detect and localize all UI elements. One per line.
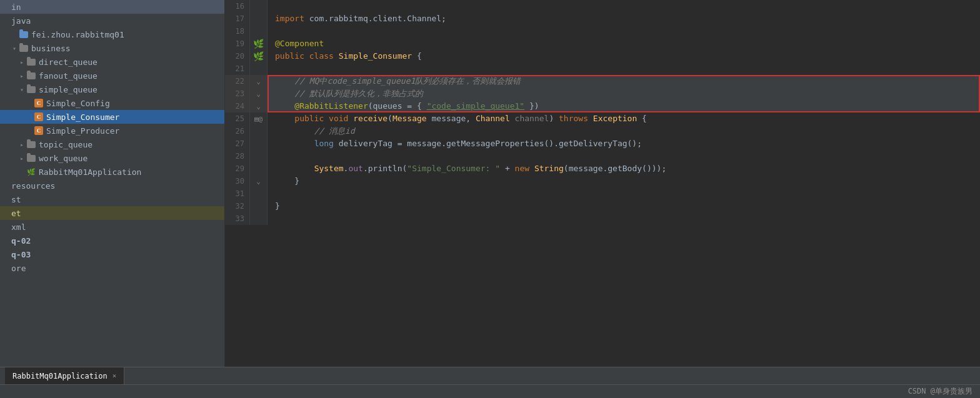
- line-code: [268, 212, 980, 225]
- tab-label: RabbitMq01Application: [12, 372, 108, 381]
- folder-icon: [26, 153, 36, 163]
- line-number: 19: [225, 37, 250, 50]
- code-line-21: 21: [225, 62, 980, 75]
- code-line-31: 31: [225, 187, 980, 200]
- code-line-25: 25 ▤@ public void receive(Message messag…: [225, 112, 980, 125]
- sidebar-item-label: st: [11, 195, 21, 204]
- fold-icon: ⌄: [256, 90, 261, 98]
- line-number: 22: [225, 75, 250, 87]
- file-tree: in java fei.zhou.rabbitmq01 business dir…: [0, 0, 225, 398]
- line-gutter: [250, 25, 268, 37]
- sidebar-item-label: topic_queue: [39, 140, 92, 149]
- code-line-26: 26 // 消息id: [225, 125, 980, 137]
- line-number: 31: [225, 187, 250, 200]
- sidebar-item-label: direct_queue: [39, 57, 98, 67]
- sidebar-item-simple-producer[interactable]: C Simple_Producer: [0, 124, 224, 137]
- line-code: long deliveryTag = message.getMessagePro…: [268, 137, 980, 150]
- arrow-icon: [18, 72, 26, 79]
- line-number: 27: [225, 137, 250, 150]
- sidebar-item-fanout-queue[interactable]: fanout_queue: [0, 69, 224, 82]
- code-line-20: 20 🌿 public class Simple_Consumer {: [225, 50, 980, 62]
- sidebar-item-label: Simple_Producer: [46, 126, 119, 136]
- sidebar-item-rabbitmq-app[interactable]: 🌿 RabbitMq01Application: [0, 165, 224, 179]
- line-number: 32: [225, 200, 250, 212]
- line-gutter: 🌿: [250, 37, 268, 50]
- attribution-text: CSDN @单身贵族男: [908, 386, 972, 397]
- code-line-27: 27 long deliveryTag = message.getMessage…: [225, 137, 980, 150]
- arrow-icon: [18, 86, 26, 93]
- tab-close-icon[interactable]: ×: [112, 372, 117, 380]
- line-code: import com.rabbitmq.client.Channel;: [268, 12, 980, 25]
- line-code: @Component: [268, 37, 980, 50]
- sidebar-item-label: q-02: [11, 236, 31, 246]
- editor-content: 16 17 import com.rabbitmq.client.Channel…: [225, 0, 980, 398]
- sidebar-item-xml[interactable]: xml: [0, 220, 224, 234]
- code-line-23: 23 ⌄ // 默认队列是持久化，非独占式的: [225, 87, 980, 100]
- sidebar-item-simple-config[interactable]: C Simple_Config: [0, 96, 224, 110]
- sidebar-item-label: business: [31, 44, 71, 53]
- sidebar-item-work-queue[interactable]: work_queue: [0, 151, 224, 165]
- line-gutter: [250, 12, 268, 25]
- line-gutter: [250, 212, 268, 225]
- line-number: 30: [225, 175, 250, 187]
- line-gutter: [250, 150, 268, 162]
- sidebar-item-label: fanout_queue: [39, 71, 98, 81]
- sidebar-item-java[interactable]: java: [0, 14, 224, 27]
- line-code: public class Simple_Consumer {: [268, 50, 980, 62]
- line-number: 18: [225, 25, 250, 37]
- sidebar-item-label: in: [11, 2, 21, 12]
- line-number: 20: [225, 50, 250, 62]
- class-icon: C: [34, 112, 44, 122]
- line-code: [268, 0, 980, 12]
- line-number: 16: [225, 0, 250, 12]
- sidebar-item-q02[interactable]: q-02: [0, 234, 224, 247]
- line-gutter: 🌿: [250, 50, 268, 62]
- code-line-16: 16: [225, 0, 980, 12]
- highlighted-region: 22 ⌄ // MQ中code_simple_queue1队列必须存在，否则就会…: [225, 75, 980, 112]
- sidebar-item-label: java: [11, 16, 31, 26]
- sidebar-item-q03[interactable]: q-03: [0, 247, 224, 261]
- sidebar-item-topic-queue[interactable]: topic_queue: [0, 137, 224, 151]
- line-gutter: [250, 125, 268, 137]
- line-code: // MQ中code_simple_queue1队列必须存在，否则就会报错: [268, 75, 980, 87]
- folder-icon: [26, 139, 36, 149]
- folder-icon: [26, 84, 36, 94]
- line-code: @RabbitListener(queues = { "code_simple_…: [268, 100, 980, 112]
- line-number: 23: [225, 87, 250, 100]
- line-code: // 默认队列是持久化，非独占式的: [268, 87, 980, 100]
- code-editor[interactable]: 16 17 import com.rabbitmq.client.Channel…: [225, 0, 980, 398]
- line-code: }: [268, 175, 980, 187]
- fold-icon: ⌄: [256, 177, 261, 186]
- line-gutter: [250, 62, 268, 75]
- sidebar-item-st[interactable]: st: [0, 192, 224, 206]
- line-gutter: ⌄: [250, 87, 268, 100]
- spring-gutter-icon: 🌿: [253, 39, 264, 49]
- code-line-32: 32 }: [225, 200, 980, 212]
- folder-icon: [26, 71, 36, 81]
- arrow-icon: [18, 141, 26, 148]
- sidebar-item-direct-queue[interactable]: direct_queue: [0, 55, 224, 69]
- sidebar-item-et[interactable]: et: [0, 206, 224, 220]
- sidebar-item-package[interactable]: fei.zhou.rabbitmq01: [0, 27, 224, 41]
- sidebar-item-resources[interactable]: resources: [0, 179, 224, 192]
- tab-rabbitmq-app[interactable]: RabbitMq01Application ×: [5, 367, 124, 385]
- line-gutter: [250, 187, 268, 200]
- sidebar-item-simple-consumer[interactable]: C Simple_Consumer: [0, 110, 224, 124]
- folder-icon: [19, 43, 29, 53]
- sidebar-item-simple-queue[interactable]: simple_queue: [0, 82, 224, 96]
- line-number: 25: [225, 112, 250, 125]
- line-code: // 消息id: [268, 125, 980, 137]
- code-line-29: 29 System.out.println("Simple_Consumer: …: [225, 162, 980, 175]
- sidebar-item-ore[interactable]: ore: [0, 261, 224, 275]
- line-code: }: [268, 200, 980, 212]
- sidebar-item-label: Simple_Config: [46, 99, 110, 108]
- line-number: 24: [225, 100, 250, 112]
- sidebar-item-label: xml: [11, 222, 26, 232]
- sidebar-item-business[interactable]: business: [0, 41, 224, 55]
- line-code: [268, 187, 980, 200]
- code-line-28: 28: [225, 150, 980, 162]
- status-bar: CSDN @单身贵族男: [0, 384, 980, 398]
- fold-icon: ⌄: [256, 102, 261, 111]
- line-code: [268, 25, 980, 37]
- sidebar-item-in[interactable]: in: [0, 0, 224, 14]
